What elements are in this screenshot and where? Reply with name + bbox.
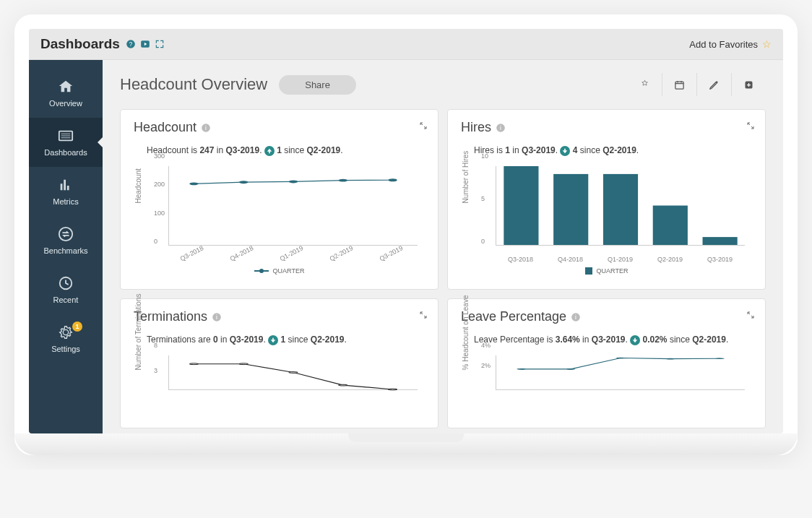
expand-card-button[interactable] — [746, 120, 755, 133]
expand-card-button[interactable] — [746, 309, 755, 322]
gear-icon — [58, 324, 74, 340]
y-axis-label: Number of Hires — [462, 151, 470, 204]
svg-text:i: i — [575, 314, 576, 320]
arrow-down-icon — [560, 146, 570, 156]
help-icon[interactable]: ? — [126, 39, 136, 49]
svg-point-4 — [59, 228, 72, 241]
add-button[interactable] — [731, 73, 766, 96]
card-summary: Leave Percentage is 3.64% in Q3-2019. 0.… — [474, 334, 752, 345]
svg-point-33 — [616, 358, 625, 359]
info-icon[interactable]: i — [212, 312, 222, 322]
filter-icon — [639, 79, 650, 90]
sidebar-item-label: Benchmarks — [43, 246, 87, 255]
sidebar-item-settings[interactable]: 1 Settings — [29, 314, 103, 363]
main-content: Headcount Overview Share Headcount i Hea… — [103, 60, 783, 433]
chart-legend: QUARTER — [461, 267, 752, 275]
svg-point-26 — [289, 371, 298, 373]
info-icon[interactable]: i — [496, 123, 506, 133]
svg-point-25 — [239, 363, 248, 365]
edit-button[interactable] — [696, 73, 731, 96]
svg-point-13 — [339, 178, 347, 181]
y-axis-label: Headcount — [134, 168, 142, 203]
svg-point-34 — [666, 358, 675, 360]
home-icon — [58, 79, 74, 95]
card-title: Terminations i — [134, 309, 425, 324]
svg-point-35 — [715, 358, 724, 359]
add-to-favorites-link[interactable]: Add to Favorites ☆ — [689, 38, 772, 50]
card-title-text: Leave Percentage — [461, 309, 566, 324]
laptop-notch — [348, 433, 464, 442]
svg-point-11 — [239, 181, 248, 184]
chart-legend: QUARTER — [134, 267, 425, 275]
svg-point-32 — [566, 368, 575, 370]
sidebar-item-label: Dashboards — [44, 148, 87, 157]
sidebar-item-label: Overview — [49, 99, 82, 108]
app-screen: Dashboards ? Add to Favorites ☆ Overview… — [29, 29, 783, 433]
calendar-button[interactable] — [662, 73, 696, 96]
card-summary: Hires is 1 in Q3-2019. 4 since Q2-2019. — [474, 145, 752, 156]
svg-point-28 — [388, 389, 397, 390]
chart-leave: % Headcount on Leave 2%4% — [461, 353, 752, 409]
chart-headcount: Headcount 0100200300 Q3-2018Q4-2018Q1-20… — [134, 163, 425, 264]
sidebar-item-recent[interactable]: Recent — [29, 265, 103, 314]
arrow-up-icon — [264, 146, 275, 156]
page-toolbar — [627, 73, 766, 96]
card-terminations: Terminations i Terminations are 0 in Q3-… — [120, 298, 439, 428]
card-grid: Headcount i Headcount is 247 in Q3-2019.… — [120, 109, 766, 428]
svg-point-10 — [189, 182, 198, 185]
card-title-text: Hires — [461, 120, 491, 135]
card-summary: Terminations are 0 in Q3-2019. 1 since Q… — [147, 334, 425, 345]
play-icon[interactable] — [140, 39, 150, 49]
laptop-base — [14, 433, 798, 455]
chart-hires: Number of Hires 0510 Q3-2018Q4-2018Q1-20… — [461, 163, 752, 264]
svg-rect-19 — [603, 174, 638, 245]
svg-rect-18 — [553, 174, 588, 245]
y-axis-label: Number of Terminations — [134, 293, 142, 370]
sidebar-item-benchmarks[interactable]: Benchmarks — [29, 216, 103, 265]
topbar: Dashboards ? Add to Favorites ☆ — [29, 29, 783, 60]
bar-chart-icon — [58, 177, 74, 193]
favorites-label: Add to Favorites — [689, 39, 758, 50]
fullscreen-icon[interactable] — [155, 39, 165, 49]
card-leave: Leave Percentage i Leave Percentage is 3… — [447, 298, 766, 428]
legend-marker-icon — [254, 268, 269, 274]
topbar-title: Dashboards — [40, 36, 120, 52]
info-icon[interactable]: i — [571, 312, 581, 322]
sidebar-item-dashboards[interactable]: Dashboards — [29, 118, 103, 167]
svg-text:?: ? — [129, 41, 133, 48]
expand-card-button[interactable] — [419, 309, 428, 322]
card-title: Leave Percentage i — [461, 309, 752, 324]
sidebar-item-label: Metrics — [53, 197, 78, 206]
sidebar-item-label: Settings — [51, 345, 80, 353]
chart-terminations: Number of Terminations 38 — [134, 353, 425, 409]
laptop-frame: Dashboards ? Add to Favorites ☆ Overview… — [14, 14, 798, 455]
exchange-icon — [58, 226, 74, 242]
sidebar-item-metrics[interactable]: Metrics — [29, 167, 103, 216]
card-summary: Headcount is 247 in Q3-2019. 1 since Q2-… — [147, 145, 425, 156]
filter-button[interactable] — [627, 73, 662, 96]
topbar-icon-group: ? — [126, 39, 165, 49]
svg-point-24 — [189, 363, 198, 365]
svg-text:i: i — [216, 314, 217, 320]
card-title: Headcount i — [134, 120, 425, 135]
page-title: Headcount Overview — [120, 75, 267, 94]
svg-rect-17 — [504, 166, 538, 245]
app-body: Overview Dashboards Metrics Benchmarks R… — [29, 60, 783, 433]
info-icon[interactable]: i — [201, 123, 211, 133]
expand-card-button[interactable] — [419, 120, 428, 133]
sidebar-item-label: Recent — [53, 295, 79, 304]
share-button[interactable]: Share — [279, 75, 356, 95]
calendar-icon — [674, 79, 685, 90]
card-hires: Hires i Hires is 1 in Q3-2019. 4 since Q… — [447, 109, 766, 290]
card-title-text: Terminations — [134, 309, 207, 324]
svg-rect-6 — [675, 82, 683, 89]
svg-rect-20 — [653, 205, 688, 245]
svg-text:i: i — [500, 124, 501, 131]
arrow-down-icon — [268, 335, 278, 345]
legend-marker-icon — [585, 267, 592, 275]
svg-text:i: i — [205, 124, 207, 131]
svg-point-12 — [289, 180, 298, 183]
sidebar-item-overview[interactable]: Overview — [29, 69, 103, 118]
plus-icon — [743, 79, 754, 90]
sidebar: Overview Dashboards Metrics Benchmarks R… — [29, 60, 103, 433]
